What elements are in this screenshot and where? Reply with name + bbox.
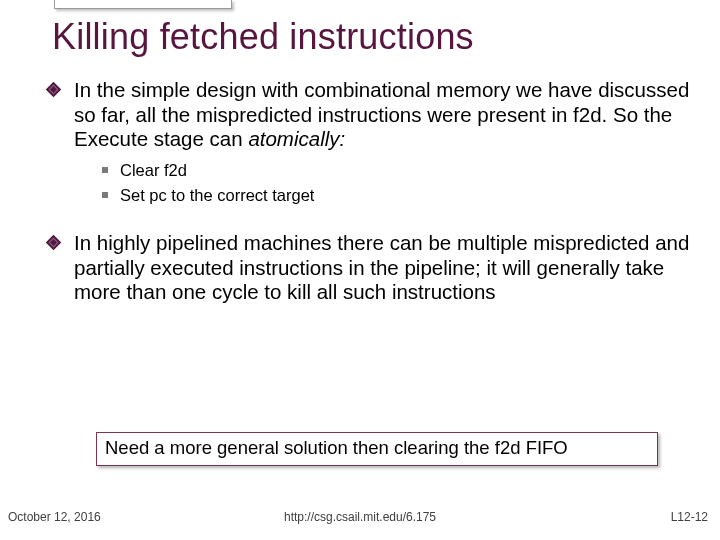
bullet-level1: In highly pipelined machines there can b… <box>48 231 690 305</box>
diamond-icon <box>46 235 62 251</box>
bullet-level2: Clear f2d <box>102 158 690 184</box>
bullet-text: In highly pipelined machines there can b… <box>74 231 689 303</box>
bullet-level1: In the simple design with combinational … <box>48 78 690 152</box>
bullet-level2: Set pc to the correct target <box>102 183 690 209</box>
sub-bullet-list: Clear f2d Set pc to the correct target <box>102 158 690 209</box>
diamond-icon <box>46 82 62 98</box>
footer-url: http://csg.csail.mit.edu/6.175 <box>0 510 720 524</box>
slide: Killing fetched instructions In the simp… <box>0 0 720 540</box>
footer-page: L12-12 <box>671 510 708 524</box>
slide-footer: October 12, 2016 http://csg.csail.mit.ed… <box>0 510 720 526</box>
slide-title: Killing fetched instructions <box>52 16 474 58</box>
callout-box: Need a more general solution then cleari… <box>96 432 658 466</box>
bullet-text: In the simple design with combinational … <box>74 78 689 150</box>
slide-body: In the simple design with combinational … <box>48 78 690 311</box>
header-decoration <box>54 0 232 9</box>
bullet-italic: atomically: <box>248 127 345 150</box>
